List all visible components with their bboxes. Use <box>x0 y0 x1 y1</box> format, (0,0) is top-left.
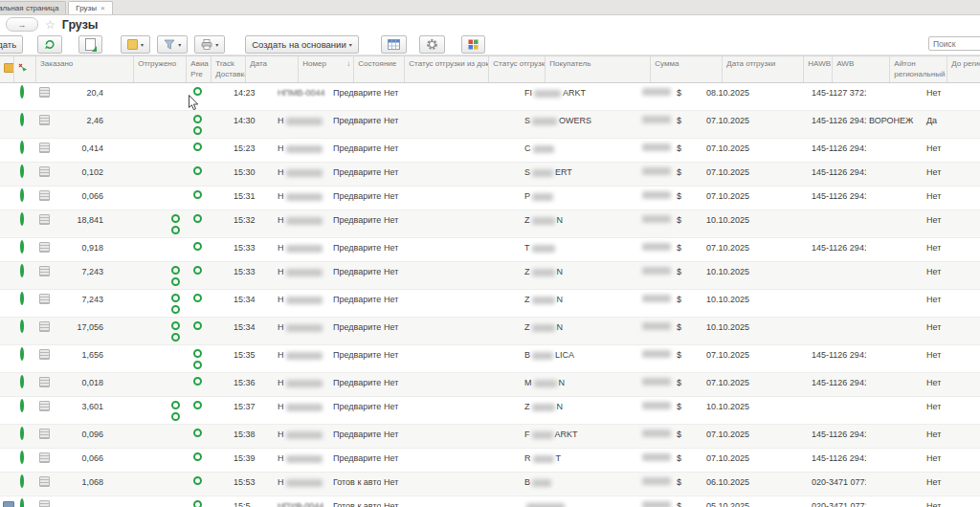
table-row[interactable]: 15:5НПУФ-0044Готов к автоНет$05.10.20250… <box>0 496 980 507</box>
cell-folder <box>0 397 14 424</box>
table-view-button[interactable] <box>381 35 407 54</box>
cell-hawb <box>780 210 809 237</box>
cell-sost: Предваритель <box>330 425 381 448</box>
col-header-sdoc[interactable]: Статус отгрузки из документа <box>405 56 489 82</box>
cell-hawb <box>780 449 809 472</box>
table-row[interactable]: 18,84115:32НПредварительНетZN$10.10.2025… <box>0 210 980 238</box>
table-row[interactable]: 0,10215:30НПредварительНетSERT$07.10.202… <box>0 163 980 187</box>
buyer-prefix: S <box>524 167 530 177</box>
cell-avia <box>163 425 188 448</box>
col-header-docicon[interactable]: Заказано <box>36 56 75 82</box>
addin-button[interactable] <box>461 35 485 54</box>
record-status-icon <box>20 375 24 388</box>
record-status-icon <box>20 320 24 333</box>
table-row[interactable]: 0,09615:38НПредварительНетFARKT$07.10.20… <box>0 425 980 449</box>
cell-sum: $ <box>627 425 699 448</box>
track-delivery-status-icon <box>193 294 202 302</box>
cell-num: Н <box>275 318 330 344</box>
col-header-reg[interactable]: До регионального ... <box>947 56 980 82</box>
cell-awb: 145-1126 2941 <box>809 163 866 186</box>
chevron-down-icon: ▾ <box>349 41 352 48</box>
col-header-aiton[interactable]: Айтонрегиональный ... <box>890 56 947 82</box>
list-settings-dropdown[interactable]: ▾ <box>121 35 150 54</box>
refresh-button[interactable] <box>37 35 62 54</box>
col-header-folder[interactable] <box>0 56 14 82</box>
col-header-otg[interactable]: Отгружено <box>134 56 187 82</box>
table-row[interactable]: 0,06615:31НПредварительНетP$07.10.202514… <box>0 187 980 210</box>
table-row[interactable]: 2,4614:30НПредварительНетSOWERS$07.10.20… <box>0 111 980 139</box>
search-input[interactable] <box>928 36 980 51</box>
tab-home[interactable]: чальная страница <box>0 1 66 14</box>
cell-awb: 145-1126 2941 <box>809 345 866 372</box>
print-dropdown[interactable]: ▾ <box>194 35 225 54</box>
col-header-zak[interactable] <box>75 56 134 82</box>
cell-sum: $ <box>627 318 699 344</box>
doc-number-prefix: Н <box>278 322 284 332</box>
settings-button[interactable] <box>419 35 445 54</box>
col-header-track[interactable]: TrackДоставка <box>212 56 246 82</box>
col-header-sost[interactable]: Состояние <box>354 56 405 82</box>
cell-sotg <box>465 345 522 372</box>
cell-hawb <box>780 139 809 162</box>
col-header-sum[interactable]: Сумма <box>651 56 723 82</box>
cell-sotg <box>465 83 522 110</box>
cell-buyer: P <box>522 187 627 209</box>
table-row[interactable]: 20,414:23НПМВ-0044ПредварительНетFIARKT$… <box>0 83 980 111</box>
table-row[interactable]: 0,01815:36НПредварительНетMN$07.10.20251… <box>0 373 980 397</box>
col-header-hawb[interactable]: HAWB <box>804 56 833 82</box>
sync-status-icon <box>18 62 28 72</box>
col-header-ship[interactable]: Дата отгрузки <box>723 56 804 82</box>
cell-flag <box>14 210 36 237</box>
cell-avia <box>163 238 188 261</box>
filter-dropdown[interactable]: ▾ <box>157 35 188 54</box>
cell-sost: Предваритель <box>330 397 381 424</box>
redacted-blur <box>532 352 553 360</box>
cell-reg: Нет <box>924 290 980 317</box>
cell-sdoc: Нет <box>381 262 465 289</box>
table-row[interactable]: 7,24315:34НПредварительНетZN$10.10.2025Н… <box>0 290 980 318</box>
record-status-icon <box>20 347 24 361</box>
table-row[interactable]: 0,41415:23НПредварительНетC$07.10.202514… <box>0 139 980 163</box>
create-button[interactable]: Создать <box>0 35 23 54</box>
cell-sum: $ <box>627 449 699 472</box>
cell-sotg <box>465 397 522 424</box>
cell-folder <box>0 111 14 138</box>
cell-track <box>188 210 222 237</box>
table-row[interactable]: 0,06615:39НПредварительНетRT$07.10.20251… <box>0 449 980 473</box>
col-header-flag[interactable] <box>14 56 36 82</box>
cell-buyer: ZN <box>522 318 627 344</box>
cell-aiton <box>866 163 924 186</box>
table-row[interactable]: 17,05615:34НПредварительНетZN$10.10.2025… <box>0 318 980 345</box>
col-header-sotg[interactable]: Статус отгрузки <box>489 56 546 82</box>
attach-file-button[interactable] <box>78 35 102 54</box>
favorite-star-icon[interactable]: ☆ <box>45 19 56 31</box>
table-row[interactable]: 3,60115:37НПредварительНетZN$10.10.2025Н… <box>0 397 980 425</box>
cell-otg <box>110 262 163 289</box>
col-label-ship: Дата отгрузки <box>726 59 801 68</box>
cell-sum: $ <box>627 345 699 372</box>
col-header-buyer[interactable]: Покупатель <box>546 56 651 82</box>
redacted-blur <box>642 143 671 151</box>
close-icon[interactable]: × <box>100 4 105 12</box>
col-header-time[interactable]: Дата <box>246 56 299 82</box>
col-header-awb[interactable]: AWB <box>833 56 890 82</box>
table-row[interactable]: 7,24315:33НПредварительНетZN$10.10.2025Н… <box>0 262 980 290</box>
tab-cargo[interactable]: Грузы × <box>68 1 112 14</box>
table-row[interactable]: 1,06815:53НГотов к автоНетB$06.10.202502… <box>0 473 980 496</box>
col-header-avia[interactable]: АвиаPre <box>187 56 212 82</box>
col-header-num[interactable]: Номер↓ <box>299 56 354 82</box>
redacted-blur <box>286 380 323 387</box>
cell-reg: Нет <box>924 163 980 186</box>
table-row[interactable]: 0,91815:33НПредварительНетT$07.10.202514… <box>0 238 980 262</box>
create-based-on-button[interactable]: Создать на основании ▾ <box>245 35 359 54</box>
sort-desc-icon[interactable]: ↓ <box>346 59 350 68</box>
cell-avia <box>163 210 188 237</box>
addin-icon <box>468 39 479 50</box>
cell-flag <box>14 373 36 396</box>
table-row[interactable]: 1,65615:35НПредварительНетBLICA$07.10.20… <box>0 345 980 373</box>
buyer-prefix: Z <box>524 215 530 225</box>
cell-otg <box>110 397 163 424</box>
forward-arrow-button[interactable]: → <box>6 17 38 32</box>
redacted-blur <box>532 118 557 125</box>
avia-pre-status-icon <box>171 226 180 234</box>
